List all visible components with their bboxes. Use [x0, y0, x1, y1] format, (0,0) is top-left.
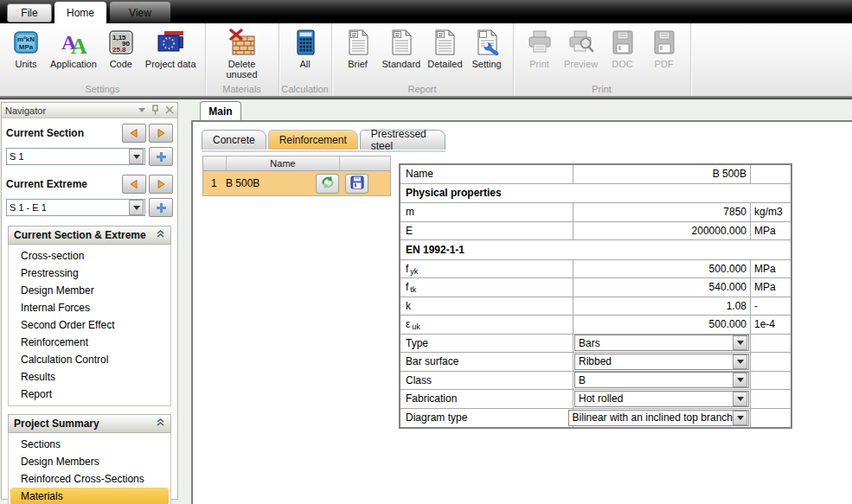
combobox-class[interactable]: B [574, 372, 749, 388]
dropdown-button[interactable] [733, 373, 747, 387]
save-icon [350, 175, 364, 192]
ribbon-tab-view[interactable]: View [110, 2, 170, 23]
ribbon-button-standard[interactable]: Standard [379, 27, 425, 70]
ribbon-button-brief[interactable]: Brief [337, 27, 379, 70]
ribbon-group-report: BriefStandardDetailedSettingReport [332, 23, 514, 96]
property-value-cell: B [573, 372, 751, 390]
property-unit: MPa [751, 278, 791, 297]
tab-reinforcement[interactable]: Reinforcement [268, 130, 358, 150]
property-value[interactable]: 540.000 [573, 278, 751, 297]
workspace: Navigator Current Section S [0, 99, 852, 504]
ribbon-button-detailed[interactable]: Detailed [424, 27, 465, 70]
ribbon-button-label: Standard [382, 59, 421, 69]
ribbon-button-preview: Preview [561, 27, 602, 70]
delete-unused-icon [227, 28, 257, 57]
material-row[interactable]: 1B 500B [203, 171, 390, 195]
nav-group-header[interactable]: Current Section & Extreme [8, 226, 171, 245]
property-unit [751, 335, 791, 353]
property-value[interactable]: 500.000 [573, 316, 751, 334]
nav-item-sections[interactable]: Sections [10, 436, 169, 453]
pin-icon[interactable] [151, 105, 159, 117]
nav-item-report[interactable]: Report [10, 386, 169, 403]
dropdown-button[interactable] [733, 335, 747, 350]
dropdown-button[interactable] [733, 392, 747, 406]
current-extreme-combobox[interactable]: S 1 - E 1 [6, 199, 145, 216]
convert-material-button[interactable] [316, 174, 339, 194]
ribbon-button-project-data[interactable]: Project data [142, 27, 200, 70]
chevron-down-icon[interactable] [129, 149, 144, 164]
property-value[interactable]: B 500B [573, 165, 751, 183]
next-extreme-button[interactable] [149, 175, 173, 194]
property-row-type: TypeBars [400, 335, 791, 354]
ribbon-button-label: Brief [348, 59, 368, 69]
nav-list: SectionsDesign MembersReinforced Cross-S… [8, 433, 171, 504]
save-material-button[interactable] [345, 174, 368, 194]
add-extreme-button[interactable] [149, 198, 173, 217]
previous-section-button[interactable] [122, 124, 146, 143]
property-value[interactable]: 500.000 [573, 260, 751, 278]
property-label: m [400, 203, 573, 221]
nav-item-design-members[interactable]: Design Members [10, 453, 169, 470]
property-label: Diagram type [400, 409, 573, 428]
ribbon-group-label: Materials [206, 84, 279, 94]
ribbon-button-label: Setting [471, 59, 501, 69]
property-row-diagram-type: Diagram typeBilinear with an inclined to… [400, 409, 791, 428]
dropdown-button[interactable] [733, 411, 747, 425]
chevron-down-icon [737, 378, 744, 382]
next-section-button[interactable] [149, 124, 173, 143]
tab-main[interactable]: Main [200, 101, 241, 121]
ribbon-button-units[interactable]: m²kNMPaUnits [5, 27, 47, 70]
nav-item-internal-forces[interactable]: Internal Forces [10, 299, 169, 316]
previous-extreme-button[interactable] [122, 175, 146, 194]
chevron-down-icon[interactable] [129, 200, 144, 215]
property-unit: - [751, 297, 791, 316]
property-unit [751, 409, 791, 428]
tab-concrete[interactable]: Concrete [202, 130, 266, 150]
nav-group-header-label: Project Summary [14, 418, 99, 430]
property-unit: MPa [751, 260, 791, 278]
ribbon-button-delete-unused[interactable]: Delete unused [211, 27, 273, 80]
add-section-button[interactable] [149, 147, 173, 166]
property-value[interactable]: 1.08 [573, 297, 751, 316]
property-value[interactable]: 7850 [573, 203, 751, 221]
nav-item-materials[interactable]: Materials [10, 488, 169, 504]
property-section-physical-properties: Physical properties [400, 184, 791, 204]
ribbon: m²kNMPaUnitsAAApplication1,159025.8CodeP… [0, 23, 852, 96]
material-type-tabs: ConcreteReinforcementPrestressed steel [202, 130, 445, 152]
combobox-bar-surface[interactable]: Ribbed [574, 354, 749, 370]
ribbon-button-application[interactable]: AAApplication [47, 27, 100, 70]
file-menu-button[interactable]: File [7, 3, 52, 22]
nav-item-prestressing[interactable]: Prestressing [10, 265, 169, 282]
property-section-en-1992-1-1: EN 1992-1-1 [400, 240, 791, 260]
nav-item-calculation-control[interactable]: Calculation Control [10, 351, 169, 368]
svg-text:m²kN: m²kN [17, 35, 35, 43]
property-label: ftk [400, 278, 573, 297]
ribbon-button-all[interactable]: All [285, 27, 326, 70]
panel-menu-icon[interactable] [138, 108, 145, 112]
nav-item-cross-section[interactable]: Cross-section [10, 247, 169, 265]
report-doc-icon [343, 28, 373, 57]
combobox-type[interactable]: Bars [574, 335, 749, 351]
nav-item-design-member[interactable]: Design Member [10, 282, 169, 299]
tab-prestressed-steel[interactable]: Prestressed steel [360, 130, 445, 150]
nav-item-results[interactable]: Results [10, 368, 169, 386]
combobox-fabrication[interactable]: Hot rolled [574, 391, 749, 407]
combobox-diagram-type[interactable]: Bilinear with an inclined top branch [568, 410, 749, 426]
nav-group-header[interactable]: Project Summary [8, 414, 171, 433]
nav-item-second-order-effect[interactable]: Second Order Effect [10, 316, 169, 334]
nav-item-reinforcement[interactable]: Reinforcement [10, 334, 169, 351]
ribbon-button-label: Delete unused [215, 59, 270, 80]
ribbon-button-doc: DOC [602, 27, 644, 70]
material-row-name: B 500B [226, 177, 316, 189]
current-section-combobox[interactable]: S 1 [6, 148, 145, 165]
close-icon[interactable] [165, 105, 174, 116]
nav-item-reinforced-cross-sections[interactable]: Reinforced Cross-Sections [10, 470, 169, 488]
ribbon-tab-home[interactable]: Home [54, 2, 106, 23]
ribbon-button-code[interactable]: 1,159025.8Code [100, 27, 142, 70]
nav-group-header-label: Current Section & Extreme [14, 229, 146, 241]
property-unit: 1e-4 [751, 316, 791, 334]
ribbon-button-setting[interactable]: Setting [466, 27, 508, 70]
dropdown-button[interactable] [733, 354, 747, 369]
property-value[interactable]: 200000.000 [573, 222, 751, 240]
property-value-cell: Bars [573, 335, 751, 353]
